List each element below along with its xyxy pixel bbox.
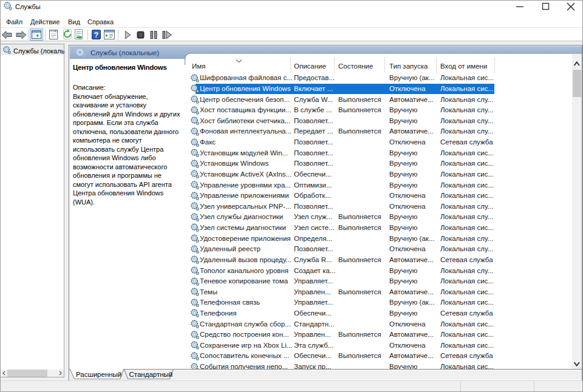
svg-text:Стандартный: Стандартный — [129, 371, 173, 378]
svg-text:?: ? — [94, 31, 98, 39]
svg-text:Расширенный: Расширенный — [76, 371, 121, 378]
